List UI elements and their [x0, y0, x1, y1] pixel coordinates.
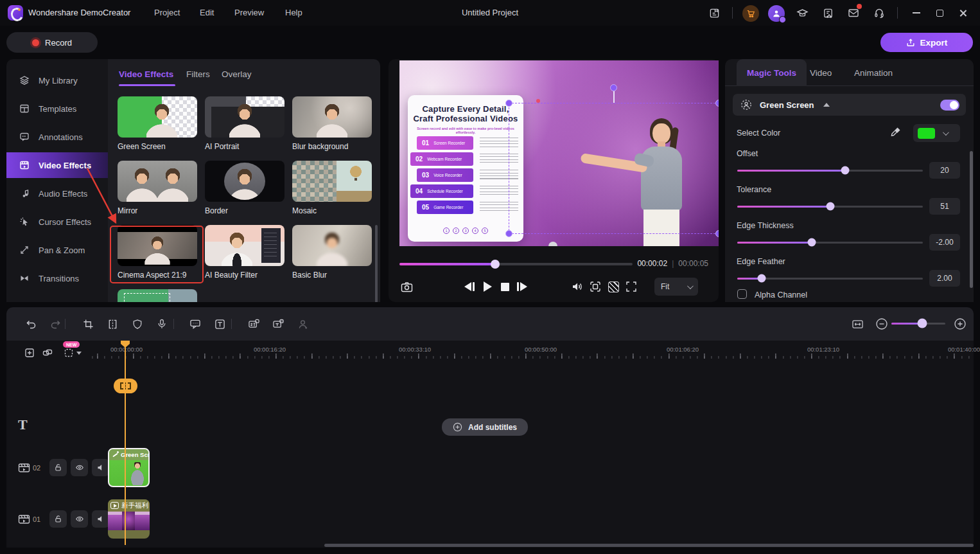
- export-button[interactable]: Export: [880, 33, 973, 52]
- sidebar-item-annotations[interactable]: Annotations: [6, 124, 108, 150]
- playhead-split-button[interactable]: [114, 379, 137, 393]
- progress-thumb[interactable]: [491, 260, 500, 269]
- effect-border[interactable]: Border: [205, 161, 284, 215]
- selection-edge-bottom[interactable]: [509, 233, 719, 234]
- track-mute-button[interactable]: [92, 510, 109, 528]
- crop-button[interactable]: [80, 316, 96, 332]
- transparent-background-button[interactable]: [604, 278, 622, 296]
- redo-button[interactable]: [48, 316, 64, 332]
- next-frame-button[interactable]: [513, 278, 531, 296]
- sidebar-item-pan-zoom[interactable]: Pan & Zoom: [6, 237, 108, 263]
- volume-button[interactable]: [568, 278, 586, 296]
- selection-handle-top-right[interactable]: [715, 100, 719, 107]
- window-close-button[interactable]: [955, 5, 970, 21]
- tab-overlay[interactable]: Overlay: [222, 69, 252, 79]
- selection-mode-caret[interactable]: [76, 352, 82, 355]
- link-clips-button[interactable]: [40, 346, 55, 360]
- offset-slider[interactable]: [737, 166, 923, 175]
- play-button[interactable]: [478, 278, 496, 296]
- tab-video-effects[interactable]: Video Effects: [119, 69, 173, 79]
- eyedropper-icon[interactable]: [890, 126, 902, 138]
- playhead[interactable]: [125, 341, 126, 545]
- color-swatch-dropdown[interactable]: [913, 124, 960, 142]
- mask-button[interactable]: [130, 316, 145, 332]
- offset-value[interactable]: 20: [929, 162, 960, 179]
- menu-project[interactable]: Project: [154, 8, 180, 17]
- zoom-in-button[interactable]: [952, 316, 968, 332]
- menu-preview[interactable]: Preview: [234, 8, 264, 17]
- window-minimize-button[interactable]: [909, 5, 924, 21]
- zoom-fit-dropdown[interactable]: Fit: [654, 278, 698, 296]
- rotation-handle[interactable]: [610, 84, 617, 91]
- support-headset-icon[interactable]: [871, 5, 887, 21]
- tolerance-slider[interactable]: [737, 202, 923, 211]
- track-lock-button[interactable]: [49, 510, 67, 528]
- tab-magic-tools[interactable]: Magic Tools: [737, 59, 807, 86]
- effect-green-screen[interactable]: Green Screen: [118, 96, 197, 151]
- track-visibility-button[interactable]: [71, 459, 88, 476]
- clip-tools-icon[interactable]: [820, 5, 836, 21]
- sidebar-item-transitions[interactable]: Transitions: [6, 265, 108, 291]
- fit-timeline-button[interactable]: [850, 316, 865, 332]
- selection-handle-bottom-left[interactable]: [505, 230, 512, 237]
- cart-icon[interactable]: [742, 5, 759, 22]
- collapse-caret-icon[interactable]: [823, 103, 830, 107]
- edge-thickness-value[interactable]: -2.00: [929, 234, 960, 251]
- timeline-ruler[interactable]: [90, 353, 974, 359]
- green-screen-section-header[interactable]: Green Screen: [733, 94, 966, 116]
- green-screen-toggle[interactable]: [940, 100, 959, 111]
- track-mute-button[interactable]: [92, 459, 109, 476]
- tab-video[interactable]: Video: [800, 59, 842, 86]
- effect-mosaic[interactable]: Mosaic: [292, 161, 372, 215]
- properties-scrollbar[interactable]: [970, 151, 973, 288]
- selection-handle-bottom-right[interactable]: [715, 230, 719, 237]
- zoom-out-button[interactable]: [874, 316, 889, 332]
- edge-feather-value[interactable]: 2.00: [929, 270, 960, 287]
- selection-mode-button[interactable]: [62, 346, 76, 360]
- selection-handle-top-left[interactable]: [505, 100, 512, 107]
- menu-help[interactable]: Help: [285, 8, 302, 17]
- selection-edge-left[interactable]: [509, 101, 509, 234]
- alpha-channel-checkbox[interactable]: [737, 289, 747, 299]
- frame-preview-button[interactable]: [586, 278, 604, 296]
- sidebar-item-my-library[interactable]: My Library: [6, 67, 108, 93]
- tab-animation[interactable]: Animation: [844, 59, 903, 86]
- speech-to-text-button[interactable]: [246, 316, 261, 332]
- track-lock-button[interactable]: [49, 459, 67, 476]
- stop-button[interactable]: [496, 278, 514, 296]
- tab-filters[interactable]: Filters: [186, 69, 210, 79]
- text-button[interactable]: [212, 316, 227, 332]
- add-subtitles-button[interactable]: Add subtitles: [442, 418, 528, 436]
- effects-scrollbar[interactable]: [375, 225, 378, 302]
- effect-partial[interactable]: [118, 289, 197, 302]
- timeline-horizontal-scrollbar[interactable]: [324, 544, 974, 547]
- snapshot-button[interactable]: [398, 278, 416, 296]
- caption-button[interactable]: [270, 316, 286, 332]
- messages-icon[interactable]: [846, 5, 861, 21]
- effect-ai-portrait[interactable]: AI Portrait: [205, 96, 284, 151]
- tolerance-value[interactable]: 51: [929, 198, 960, 215]
- annotation-button[interactable]: [188, 316, 203, 332]
- split-button[interactable]: [105, 316, 120, 332]
- voiceover-button[interactable]: [154, 316, 170, 332]
- clip-video-01[interactable]: 新手福利: [108, 499, 150, 539]
- sidebar-item-templates[interactable]: Templates: [6, 96, 108, 121]
- effect-mirror[interactable]: Mirror: [118, 161, 197, 215]
- effect-ai-beauty-filter[interactable]: AI Beauty Filter: [205, 225, 284, 280]
- edge-feather-slider[interactable]: [737, 274, 923, 283]
- sidebar-item-cursor-effects[interactable]: Cursor Effects: [6, 209, 108, 235]
- draft-notes-icon[interactable]: [706, 5, 722, 21]
- effect-basic-blur[interactable]: Basic Blur: [292, 225, 372, 280]
- bottom-center-handle[interactable]: [548, 242, 557, 246]
- timeline-zoom-slider[interactable]: [891, 323, 945, 325]
- selection-edge-top[interactable]: [509, 103, 719, 103]
- undo-button[interactable]: [23, 316, 39, 332]
- sidebar-item-audio-effects[interactable]: Audio Effects: [6, 181, 108, 206]
- preview-video-canvas[interactable]: Capture Every Detail, Craft Professional…: [399, 60, 719, 246]
- account-avatar[interactable]: [768, 5, 785, 22]
- text-track-icon[interactable]: T: [18, 416, 28, 433]
- window-maximize-button[interactable]: [932, 5, 947, 21]
- sidebar-item-video-effects[interactable]: Video Effects: [6, 152, 108, 178]
- effect-blur-background[interactable]: Blur background: [292, 96, 372, 151]
- track-visibility-button[interactable]: [71, 510, 88, 528]
